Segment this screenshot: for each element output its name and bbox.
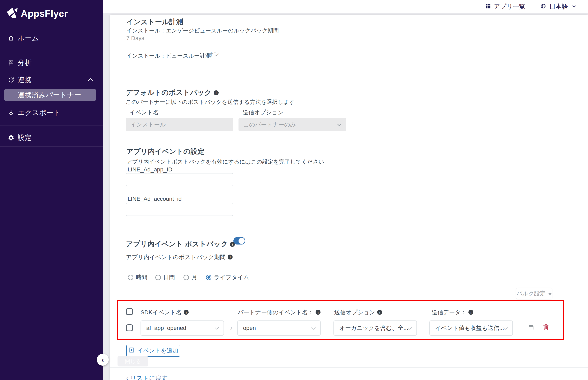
sending-option-dropdown[interactable]: オーガニックを含む、全... <box>333 321 417 336</box>
add-condition-button[interactable] <box>528 323 536 332</box>
trash-icon <box>542 323 549 332</box>
sidebar-item-label: エクスポート <box>18 108 61 117</box>
radio-icon <box>183 275 189 280</box>
select-all-checkbox[interactable] <box>126 308 133 315</box>
info-icon[interactable]: i <box>468 310 473 315</box>
line-ad-app-id-input[interactable] <box>126 173 233 186</box>
line-ad-app-id-label: LINE_Ad_app_ID <box>128 166 172 173</box>
caret-down-icon <box>548 293 552 295</box>
app-list-label: アプリ一覧 <box>494 2 525 11</box>
info-icon[interactable]: i <box>228 255 233 260</box>
sidebar-item-label: 連携 <box>18 75 32 85</box>
language-selector[interactable]: 日本語 <box>540 2 576 11</box>
inapp-postback-title: アプリ内イベント ポストバックi <box>126 239 235 249</box>
sidebar-item-label: 分析 <box>18 58 32 68</box>
playlist-add-icon <box>529 323 536 332</box>
info-icon[interactable]: i <box>377 310 382 315</box>
column-partner-event: パートナー側のイベント名：i <box>238 308 321 316</box>
row-arrow-separator: › <box>230 323 233 332</box>
partner-event-dropdown[interactable]: open <box>237 321 321 336</box>
sending-option-select-disabled: このパートナーのみ <box>239 118 346 131</box>
top-header: アプリ一覧 日本語 <box>103 0 588 13</box>
sidebar-item-label: 連携済みパートナー <box>18 90 81 100</box>
radio-icon <box>206 275 211 280</box>
language-label: 日本語 <box>549 2 568 11</box>
chevron-down-icon <box>215 326 219 330</box>
event-name-label: イベント名 <box>129 109 159 116</box>
line-ad-account-id-input[interactable] <box>126 203 233 216</box>
chevron-down-icon <box>311 326 316 330</box>
info-icon[interactable]: i <box>214 90 219 95</box>
column-sending-option: 送信オプションi <box>334 308 382 316</box>
info-icon[interactable]: i <box>184 310 189 315</box>
sidebar-divider <box>0 146 103 147</box>
download-icon <box>8 109 14 116</box>
sidebar-item-integration[interactable]: 連携 <box>0 74 103 86</box>
lookback-label: インストール：エンゲージビュースルーのルックバック期間 <box>126 27 279 34</box>
chevron-down-icon <box>572 5 576 8</box>
line-ad-account-id-label: LINE_Ad_account_id <box>128 196 182 202</box>
radio-months[interactable]: 月 <box>183 273 197 281</box>
row-checkbox[interactable] <box>126 324 133 331</box>
partner-settings-panel: インストール計測 インストール：エンゲージビュースルーのルックバック期間 7 D… <box>110 15 588 380</box>
sidebar-collapse-button[interactable]: ‹ <box>97 354 109 366</box>
sidebar-item-analysis[interactable]: 分析 <box>0 57 103 69</box>
home-icon <box>8 35 14 41</box>
sidebar-item-settings[interactable]: 設定 <box>0 131 103 144</box>
sidebar-item-active-partners[interactable]: 連携済みパートナー <box>4 89 96 101</box>
event-name-field-disabled: インストール <box>126 118 233 131</box>
chevron-down-icon <box>408 326 412 330</box>
toggle-knob <box>239 238 245 244</box>
lookback-value: 7 Days <box>126 35 144 41</box>
install-section-title: インストール計測 <box>126 17 183 27</box>
sync-icon <box>8 76 14 83</box>
radio-icon <box>155 275 161 280</box>
radio-lifetime[interactable]: ライフタイム <box>206 273 249 281</box>
ghost-tooltip: 閉じる <box>118 356 148 366</box>
inapp-postback-toggle[interactable] <box>233 237 245 245</box>
sdk-event-dropdown[interactable]: af_app_opened <box>141 321 224 336</box>
sidebar-divider <box>0 50 103 50</box>
appsflyer-logo-icon <box>7 7 18 20</box>
app-list-button[interactable]: アプリ一覧 <box>486 2 525 11</box>
footer-divider <box>110 367 588 368</box>
appsflyer-logo[interactable]: AppsFlyer <box>7 7 68 20</box>
chevron-down-icon <box>504 326 508 330</box>
radio-days[interactable]: 日間 <box>155 273 175 281</box>
radio-icon <box>128 275 133 280</box>
viewthrough-value: オン <box>208 50 220 58</box>
chevron-up-icon <box>88 78 93 82</box>
column-sdk-event: SDKイベント名i <box>141 308 189 316</box>
default-postback-description: このパートナーに以下のポストバックを送信する方法を選択します <box>126 98 295 106</box>
inapp-settings-description: アプリ内イベントポストバックを有効にするにはこの設定を完了してください <box>126 158 324 166</box>
info-icon[interactable]: i <box>316 310 321 315</box>
analysis-flag-icon <box>8 59 14 66</box>
sending-data-dropdown[interactable]: イベント値も収益も送信... <box>429 321 513 336</box>
chevron-down-icon <box>337 122 341 126</box>
plus-square-icon <box>128 347 135 355</box>
brand-name: AppsFlyer <box>21 8 68 19</box>
sidebar-item-label: ホーム <box>18 34 39 43</box>
column-sending-data: 送信データ：i <box>432 308 473 316</box>
back-to-list-link[interactable]: ‹ リストに戻す <box>126 374 168 380</box>
bulk-settings-button[interactable]: バルク設定 <box>516 288 552 299</box>
viewthrough-label: インストール：ビュースルー計測 <box>126 52 211 59</box>
sidebar-item-label: 設定 <box>18 133 32 142</box>
add-event-button[interactable]: イベントを追加 <box>126 345 180 357</box>
sidebar-item-home[interactable]: ホーム <box>0 32 103 45</box>
sidebar-item-export[interactable]: エクスポート <box>0 106 103 119</box>
grid-icon <box>486 4 491 9</box>
delete-row-button[interactable] <box>542 323 550 332</box>
gear-icon <box>8 134 14 141</box>
default-postback-title: デフォルトのポストバックi <box>126 88 219 97</box>
inapp-settings-title: アプリ内イベントの設定 <box>126 147 204 156</box>
chevron-left-icon: ‹ <box>101 356 104 364</box>
postback-window-label: アプリ内イベントのポストバック期間i <box>126 253 233 261</box>
sending-option-label: 送信オプション <box>243 109 284 116</box>
globe-icon <box>540 3 546 10</box>
sidebar: AppsFlyer ホーム 分析 連携 <box>0 0 103 380</box>
radio-hours[interactable]: 時間 <box>128 273 147 281</box>
